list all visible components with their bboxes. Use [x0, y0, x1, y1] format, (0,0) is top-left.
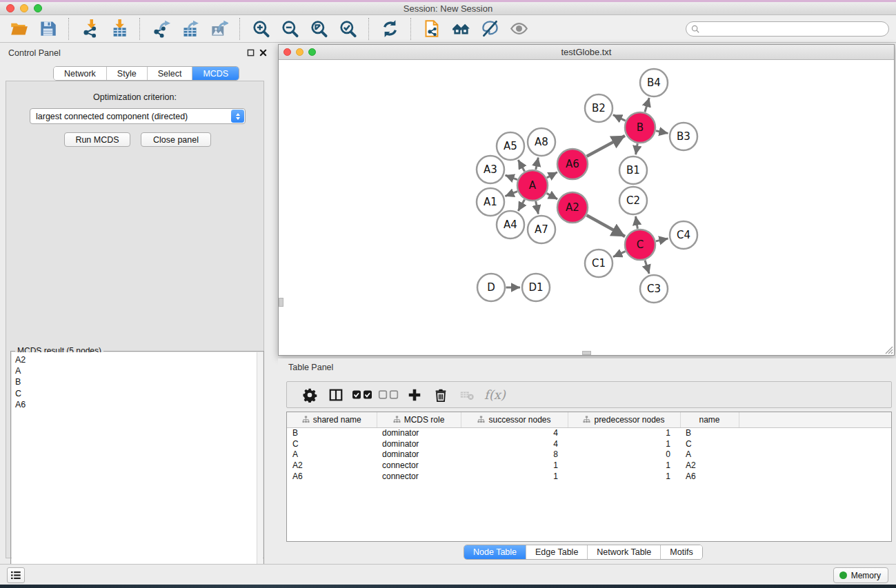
table-cell[interactable]: A2 — [680, 460, 739, 471]
canvas-vscroll-thumb[interactable] — [279, 298, 283, 307]
canvas-hscroll-thumb[interactable] — [582, 351, 591, 355]
column-header-successor-nodes[interactable]: successor nodes — [461, 412, 568, 427]
tab-edge-table[interactable]: Edge Table — [526, 545, 588, 559]
table-cell[interactable]: A2 — [287, 460, 377, 471]
tab-network[interactable]: Network — [54, 67, 107, 80]
toggle-style-button[interactable] — [475, 17, 504, 41]
settings-button[interactable] — [297, 385, 323, 405]
node-B3[interactable]: B3 — [670, 123, 697, 150]
table-cell[interactable]: B — [287, 427, 377, 438]
zoom-in-button[interactable] — [246, 17, 275, 41]
node-B[interactable]: B — [625, 112, 655, 143]
table-cell[interactable]: 1 — [461, 471, 568, 482]
table-row[interactable]: Cdominator41C — [287, 438, 891, 449]
table-row[interactable]: Adominator80A — [287, 449, 891, 460]
zoom-fit-button[interactable] — [304, 17, 333, 41]
network-from-file-button[interactable] — [417, 17, 446, 41]
table-cell[interactable]: A6 — [287, 471, 377, 482]
home-button[interactable] — [446, 17, 475, 41]
node-A6[interactable]: A6 — [557, 149, 588, 179]
run-mcds-button[interactable]: Run MCDS — [64, 132, 130, 147]
select-all-button[interactable] — [349, 385, 375, 405]
column-header-MCDS-role[interactable]: MCDS role — [377, 412, 461, 427]
node-A2[interactable]: A2 — [557, 192, 588, 223]
table-cell[interactable]: 0 — [568, 449, 680, 460]
add-column-button[interactable] — [401, 385, 428, 405]
table-cell[interactable]: A — [287, 449, 377, 460]
node-D1[interactable]: D1 — [522, 274, 550, 301]
save-session-button[interactable] — [33, 17, 62, 41]
node-B4[interactable]: B4 — [640, 69, 668, 97]
edge-C-C3[interactable] — [645, 260, 649, 274]
zoom-selected-button[interactable] — [333, 17, 362, 41]
node-C3[interactable]: C3 — [640, 275, 668, 303]
edge-A-A5[interactable] — [518, 160, 524, 171]
edge-C-C4[interactable] — [656, 239, 668, 241]
refresh-view-button[interactable] — [375, 17, 404, 41]
tab-select[interactable]: Select — [148, 67, 193, 80]
node-C2[interactable]: C2 — [619, 187, 647, 214]
edge-A-A1[interactable] — [505, 192, 517, 196]
table-cell[interactable]: 1 — [461, 460, 568, 471]
result-item[interactable]: A — [12, 365, 263, 376]
table-cell[interactable]: C — [287, 438, 377, 449]
export-network-button[interactable] — [146, 17, 175, 41]
table-row[interactable]: A2connector11A2 — [287, 460, 891, 471]
table-cell[interactable]: B — [680, 427, 739, 438]
export-image-button[interactable] — [204, 17, 233, 41]
column-header-shared-name[interactable]: shared name — [287, 412, 377, 427]
edge-A-A4[interactable] — [518, 199, 524, 210]
network-window-titlebar[interactable]: testGlobe.txt — [279, 45, 894, 60]
node-A[interactable]: A — [517, 170, 548, 201]
table-cell[interactable]: 8 — [461, 449, 568, 460]
tab-node-table[interactable]: Node Table — [464, 545, 526, 559]
table-row[interactable]: A6connector11A6 — [287, 471, 891, 482]
node-D[interactable]: D — [477, 274, 505, 301]
network-canvas[interactable]: AA1A2A3A4A5A6A7A8BB1B2B3B4CC1C2C3C4DD1 — [279, 60, 894, 355]
node-A1[interactable]: A1 — [477, 188, 504, 216]
edge-A6-B[interactable] — [587, 136, 625, 156]
table-cell[interactable]: connector — [377, 460, 461, 471]
node-A7[interactable]: A7 — [528, 216, 555, 243]
export-table-button[interactable] — [175, 17, 204, 41]
column-header-name[interactable]: name — [680, 412, 739, 427]
result-item[interactable]: B — [12, 376, 263, 387]
memory-button[interactable]: Memory — [833, 567, 888, 583]
table-cell[interactable]: dominator — [377, 427, 461, 438]
result-item[interactable]: C — [12, 388, 263, 399]
tab-motifs[interactable]: Motifs — [661, 545, 701, 559]
show-hide-button[interactable] — [504, 17, 533, 41]
table-cell[interactable]: C — [680, 438, 739, 449]
result-item[interactable]: A2 — [12, 354, 263, 365]
node-A5[interactable]: A5 — [497, 132, 524, 160]
resize-corner-icon[interactable] — [884, 345, 893, 354]
task-history-button[interactable] — [7, 567, 25, 583]
node-C[interactable]: C — [625, 230, 655, 260]
close-panel-button[interactable]: Close panel — [141, 132, 211, 147]
edge-A2-C[interactable] — [587, 215, 626, 236]
open-session-button[interactable] — [4, 17, 33, 41]
result-list-scrollbar[interactable] — [257, 352, 263, 587]
table-cell[interactable]: 1 — [568, 438, 680, 449]
edge-B-B3[interactable] — [656, 131, 668, 134]
edge-B-B2[interactable] — [613, 115, 626, 121]
edge-A-A8[interactable] — [536, 158, 539, 170]
table-cell[interactable]: connector — [377, 471, 461, 482]
zoom-out-button[interactable] — [275, 17, 304, 41]
table-cell[interactable]: 4 — [461, 427, 568, 438]
edge-A-A3[interactable] — [506, 175, 517, 180]
edge-C-C2[interactable] — [636, 216, 638, 229]
criterion-dropdown[interactable]: largest connected component (directed) — [30, 108, 246, 124]
delete-column-button[interactable] — [428, 385, 454, 405]
search-input[interactable] — [686, 21, 889, 37]
tab-mcds[interactable]: MCDS — [192, 67, 239, 80]
table-cell[interactable]: 1 — [568, 460, 680, 471]
edge-C-C1[interactable] — [613, 252, 626, 257]
edge-A-A6[interactable] — [547, 172, 557, 178]
node-A3[interactable]: A3 — [477, 156, 504, 183]
import-network-button[interactable] — [75, 17, 104, 41]
close-panel-icon[interactable] — [259, 49, 267, 57]
table-cell[interactable]: 4 — [461, 438, 568, 449]
node-B1[interactable]: B1 — [619, 156, 647, 184]
table-cell[interactable]: 1 — [568, 471, 680, 482]
